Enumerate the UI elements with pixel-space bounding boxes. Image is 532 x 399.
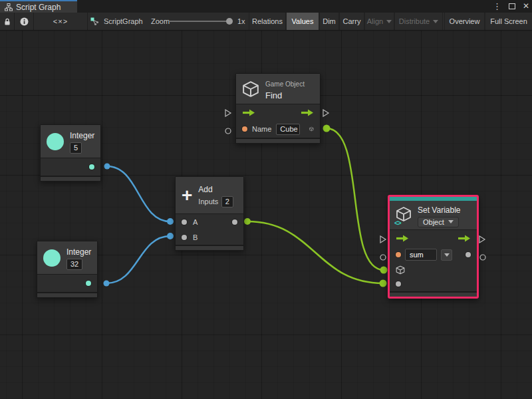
wire-endpoint[interactable] (380, 267, 388, 274)
node-header[interactable]: Integer 5 (41, 125, 100, 158)
port-label-b: B (193, 233, 198, 241)
script-graph-window: Script Graph ⋮ ✕ <×> (0, 0, 532, 399)
result-cube-port-icon[interactable] (309, 124, 314, 134)
wire-integer5-to-add-a[interactable] (107, 166, 170, 221)
graph-toolbar: <×> ScriptGraph Zoom 1x Relations Value (0, 13, 532, 31)
script-graph-icon (90, 17, 100, 26)
variable-scope-dropdown[interactable]: Object (418, 217, 459, 227)
toolbar-button-distribute[interactable]: Distribute (394, 13, 443, 30)
input-port-b[interactable] (182, 235, 187, 240)
integer-output-port[interactable] (89, 164, 94, 170)
sum-output-port[interactable] (232, 219, 237, 225)
find-control-output-triangle-icon[interactable] (322, 108, 330, 120)
control-input-arrow-icon[interactable] (242, 109, 255, 116)
wire-integer32-to-add-b[interactable] (106, 236, 170, 283)
wire-find-to-setvariable-target[interactable] (327, 128, 384, 270)
setvariable-output-circle-icon[interactable] (479, 251, 486, 263)
value-port-row (390, 277, 477, 291)
window-controls: ⋮ ✕ (493, 0, 529, 13)
setvariable-control-input-triangle-icon[interactable] (379, 234, 387, 246)
node-add[interactable]: + Add Inputs 2 A B (175, 176, 244, 251)
node-title: Add (198, 185, 212, 194)
target-cube-port-icon[interactable] (396, 265, 405, 275)
toolbar-button-relations[interactable]: Relations (249, 13, 286, 30)
node-set-variable-selected[interactable]: <> Set Variable Object (388, 195, 479, 299)
node-header[interactable]: <> Set Variable Object (390, 201, 477, 230)
setvariable-control-output-triangle-icon[interactable] (478, 234, 486, 246)
name-port-row: Name Cube (236, 120, 320, 138)
chevron-down-icon (386, 20, 392, 23)
find-control-input-triangle-icon[interactable] (224, 108, 232, 120)
graph-name-label: ScriptGraph (104, 17, 143, 25)
port-row-b: B (176, 229, 243, 245)
zoom-slider[interactable] (169, 13, 233, 30)
graph-canvas[interactable]: Integer 5 Integer 32 (0, 31, 532, 399)
wire-endpoint[interactable] (323, 125, 331, 132)
name-input-port[interactable] (242, 126, 247, 132)
info-icon (20, 17, 29, 26)
tab-script-graph[interactable]: Script Graph (0, 0, 77, 13)
chevron-down-icon (444, 253, 450, 257)
maximize-icon[interactable] (509, 3, 515, 9)
toolbar-button-dim[interactable]: Dim (319, 13, 339, 30)
name-label: Name (252, 125, 271, 133)
zoom-slider-handle[interactable] (226, 18, 233, 25)
window-menu-icon[interactable]: ⋮ (493, 0, 501, 13)
code-view-button[interactable]: <×> (34, 13, 88, 30)
zoom-slider-track[interactable] (169, 21, 230, 22)
control-output-arrow-icon[interactable] (458, 235, 471, 242)
value-input-port[interactable] (396, 281, 401, 287)
tab-title: Script Graph (16, 3, 61, 12)
node-header[interactable]: Integer 32 (37, 241, 97, 275)
wire-endpoint[interactable] (167, 233, 174, 239)
node-title: Integer (70, 131, 94, 140)
inspect-button[interactable] (15, 13, 34, 30)
toolbar-button-values[interactable]: Values (286, 13, 319, 30)
control-port-row (390, 230, 477, 246)
node-footer (390, 291, 477, 297)
integer-value-field[interactable]: 32 (66, 259, 82, 270)
toolbar-button-align[interactable]: Align (364, 13, 394, 30)
setvariable-name-input-circle-icon[interactable] (380, 251, 386, 263)
node-gameobject-find[interactable]: Game Object Find Name Cube (235, 73, 321, 144)
toolbar-button-carry[interactable]: Carry (339, 13, 364, 30)
wire-endpoint[interactable] (104, 281, 110, 287)
node-footer (41, 176, 100, 181)
lock-button[interactable] (0, 13, 15, 30)
control-input-arrow-icon[interactable] (396, 235, 409, 242)
graph-breadcrumb[interactable]: ScriptGraph (90, 13, 143, 30)
find-name-input-circle-icon[interactable] (225, 125, 231, 137)
node-header[interactable]: + Add Inputs 2 (176, 177, 243, 214)
node-footer (37, 292, 97, 297)
node-integer-5[interactable]: Integer 5 (40, 124, 101, 182)
code-toggle-icon: <×> (53, 17, 68, 25)
wire-add-to-setvariable-value[interactable] (247, 221, 383, 283)
variable-code-icon: <> (394, 219, 401, 227)
name-value-field[interactable]: Cube (276, 124, 300, 135)
chevron-down-icon (448, 220, 454, 223)
node-category: Game Object (265, 80, 305, 88)
variable-name-dropdown-button[interactable] (441, 249, 452, 261)
toolbar-button-fullscreen[interactable]: Full Screen (485, 13, 532, 30)
node-integer-32[interactable]: Integer 32 (37, 241, 98, 298)
integer-value-field[interactable]: 5 (70, 142, 82, 154)
control-output-arrow-icon[interactable] (301, 109, 314, 116)
inputs-count-field[interactable]: 2 (221, 196, 233, 207)
zoom-label: Zoom (151, 13, 170, 30)
variable-name-field[interactable]: sum (405, 249, 437, 261)
node-title: Integer (66, 247, 91, 257)
close-icon[interactable]: ✕ (523, 0, 529, 13)
port-row-a: A (176, 214, 243, 229)
node-title: Set Variable (418, 205, 460, 215)
input-port-a[interactable] (182, 219, 187, 225)
toolbar-button-overview[interactable]: Overview (444, 13, 485, 30)
wire-endpoint[interactable] (380, 280, 387, 287)
wire-endpoint[interactable] (244, 218, 251, 225)
variable-output-port[interactable] (466, 252, 471, 257)
wire-endpoint[interactable] (104, 164, 110, 170)
node-header[interactable]: Game Object Find (236, 74, 320, 104)
output-port-row (37, 275, 97, 292)
wire-endpoint[interactable] (167, 218, 174, 225)
variable-name-input-port[interactable] (396, 252, 401, 257)
integer-output-port[interactable] (86, 281, 91, 286)
